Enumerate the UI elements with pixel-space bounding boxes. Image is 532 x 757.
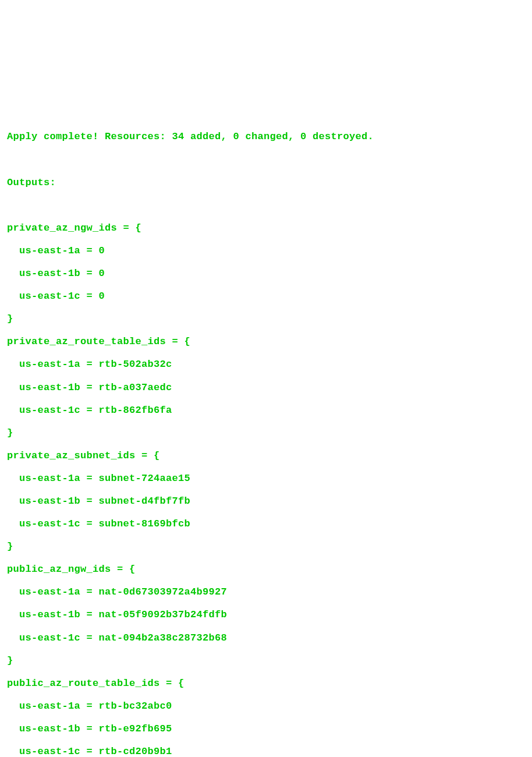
terminal-line-outputs-header: Outputs: [7, 177, 56, 188]
terminal-line-public-rtb-1a: us-east-1a = rtb-bc32abc0 [7, 701, 172, 712]
terminal-line-public-rtb-1b: us-east-1b = rtb-e92fb695 [7, 723, 172, 734]
terminal-line-public-rtb-open: public_az_route_table_ids = { [7, 678, 185, 689]
terminal-line-private-ngw-1a: us-east-1a = 0 [7, 245, 105, 256]
terminal-line-private-subnet-open: private_az_subnet_ids = { [7, 450, 160, 461]
terminal-line-private-rtb-1c: us-east-1c = rtb-862fb6fa [7, 405, 172, 416]
terminal-line-private-ngw-1b: us-east-1b = 0 [7, 268, 105, 279]
terminal-line-private-subnet-1c: us-east-1c = subnet-8169bfcb [7, 518, 190, 529]
terminal-line-private-ngw-open: private_az_ngw_ids = { [7, 222, 141, 234]
terminal-line-public-ngw-1a: us-east-1a = nat-0d67303972a4b9927 [7, 586, 227, 597]
terminal-line-private-rtb-1b: us-east-1b = rtb-a037aedc [7, 382, 172, 393]
terminal-line-public-ngw-open: public_az_ngw_ids = { [7, 564, 136, 575]
terminal-line-public-ngw-1b: us-east-1b = nat-05f9092b37b24fdfb [7, 609, 227, 620]
terminal-line-private-subnet-close: } [7, 541, 13, 552]
terminal-line-private-subnet-1b: us-east-1b = subnet-d4fbf7fb [7, 496, 190, 507]
terminal-line-private-ngw-close: } [7, 313, 13, 324]
terminal-line-private-rtb-1a: us-east-1a = rtb-502ab32c [7, 359, 172, 370]
terminal-line-private-ngw-1c: us-east-1c = 0 [7, 291, 105, 302]
terminal-line-public-ngw-1c: us-east-1c = nat-094b2a38c28732b68 [7, 632, 227, 643]
terminal-line-private-rtb-close: } [7, 427, 13, 438]
terminal-line-public-ngw-close: } [7, 655, 13, 666]
terminal-line-private-subnet-1a: us-east-1a = subnet-724aae15 [7, 473, 190, 484]
terminal-line-private-rtb-open: private_az_route_table_ids = { [7, 336, 190, 347]
terminal-line-apply-complete: Apply complete! Resources: 34 added, 0 c… [7, 131, 374, 142]
terminal-output: Apply complete! Resources: 34 added, 0 c… [7, 102, 525, 757]
terminal-line-public-rtb-1c: us-east-1c = rtb-cd20b9b1 [7, 746, 172, 757]
